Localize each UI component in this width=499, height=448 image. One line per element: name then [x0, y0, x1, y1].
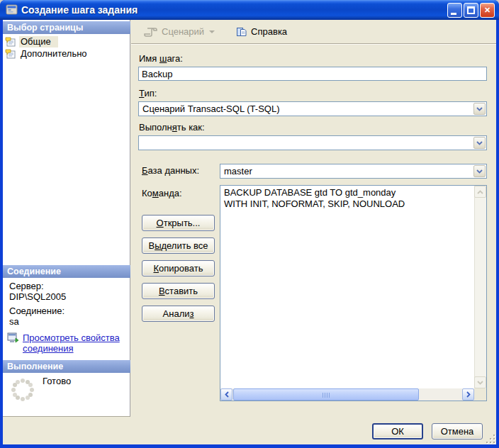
type-label: Тип: [139, 88, 157, 99]
dialog-body: Выбор страницы Общие [3, 20, 496, 444]
app-icon [6, 4, 18, 16]
minimize-icon [451, 13, 456, 15]
sidebar: Выбор страницы Общие [3, 20, 130, 417]
progress-header: Выполнение [3, 360, 130, 373]
chevron-down-icon [476, 141, 483, 145]
vertical-scrollbar[interactable] [474, 186, 486, 388]
scroll-right-button[interactable] [462, 388, 474, 401]
paste-button[interactable]: Вставить [142, 283, 215, 299]
scroll-down-button[interactable] [474, 376, 486, 388]
page-select-header: Выбор страницы [3, 21, 130, 34]
database-label: База данных: [142, 165, 199, 176]
chevron-down-icon [209, 30, 215, 33]
open-button[interactable]: Открыть... [142, 215, 215, 231]
sidebar-item-label: Общие [19, 36, 58, 47]
page-icon [5, 37, 16, 47]
titlebar[interactable]: Создание шага задания ✕ [0, 0, 499, 20]
select-all-button[interactable]: Выделить все [142, 237, 215, 254]
type-selected-value: Сценарий Transact-SQL (T-SQL) [142, 103, 472, 114]
help-button[interactable]: Справка [233, 25, 290, 39]
script-button-label: Сценарий [162, 26, 204, 37]
parse-button[interactable]: Анализ [142, 306, 215, 322]
step-name-label: Имя шага: [139, 53, 183, 64]
connection-value: sa [9, 316, 19, 327]
server-label: Сервер: [9, 281, 44, 291]
toolbar: Сценарий Справка [131, 20, 496, 44]
help-button-label: Справка [251, 26, 287, 37]
maximize-icon [467, 6, 475, 14]
maximize-button[interactable] [464, 3, 478, 18]
dialog-window: Создание шага задания ✕ Выбор страницы О… [0, 0, 499, 448]
script-icon [144, 27, 158, 37]
connection-properties-icon [7, 332, 20, 344]
sidebar-item-label: Дополнительно [19, 48, 94, 60]
chevron-right-icon [466, 391, 471, 398]
run-as-label: Выполнять как: [139, 122, 205, 133]
copy-button[interactable]: Копировать [142, 260, 215, 276]
run-as-select[interactable] [138, 135, 487, 150]
step-name-input[interactable]: Backup [138, 67, 487, 81]
script-button[interactable]: Сценарий [141, 25, 218, 38]
type-select[interactable]: Сценарий Transact-SQL (T-SQL) [138, 101, 487, 116]
command-text[interactable]: BACKUP DATABASE gtd TO gtd_monday WITH I… [220, 186, 474, 388]
database-dropdown-arrow[interactable] [473, 165, 486, 177]
sidebar-item-advanced[interactable]: Дополнительно [5, 47, 94, 60]
sidebar-item-general[interactable]: Общие [5, 35, 58, 47]
chevron-left-icon [225, 391, 229, 398]
type-dropdown-arrow[interactable] [473, 103, 486, 115]
chevron-down-icon [477, 381, 483, 385]
view-connection-properties-link[interactable]: Просмотреть свойства соединения [23, 332, 126, 354]
close-icon: ✕ [484, 6, 490, 14]
run-as-dropdown-arrow[interactable] [473, 137, 486, 149]
database-select[interactable]: master [220, 164, 487, 179]
scrollbar-corner [474, 388, 486, 401]
connection-label: Соединение: [9, 306, 65, 316]
chevron-up-icon [477, 190, 483, 194]
close-button[interactable]: ✕ [480, 3, 495, 18]
page-icon [5, 49, 16, 59]
scroll-left-button[interactable] [220, 388, 232, 401]
progress-spinner-icon [21, 388, 25, 392]
database-selected-value: master [224, 166, 472, 177]
status-text: Готово [43, 376, 71, 386]
help-icon [236, 26, 247, 38]
command-textarea[interactable]: BACKUP DATABASE gtd TO gtd_monday WITH I… [220, 185, 487, 401]
window-title: Создание шага задания [21, 4, 138, 16]
horizontal-scroll-thumb[interactable] [233, 388, 419, 401]
resize-grip[interactable] [486, 434, 495, 443]
minimize-button[interactable] [447, 3, 462, 18]
ok-button[interactable]: ОК [372, 423, 423, 439]
thumb-grip [323, 393, 330, 398]
chevron-down-icon [476, 107, 483, 111]
connection-header: Соединение [3, 265, 130, 278]
scroll-up-button[interactable] [474, 186, 486, 198]
chevron-down-icon [476, 169, 483, 174]
cancel-button[interactable]: Отмена [432, 423, 483, 439]
server-value: DIP\SQL2005 [9, 291, 66, 302]
command-label: Команда: [142, 188, 182, 198]
horizontal-scrollbar[interactable] [220, 388, 474, 401]
